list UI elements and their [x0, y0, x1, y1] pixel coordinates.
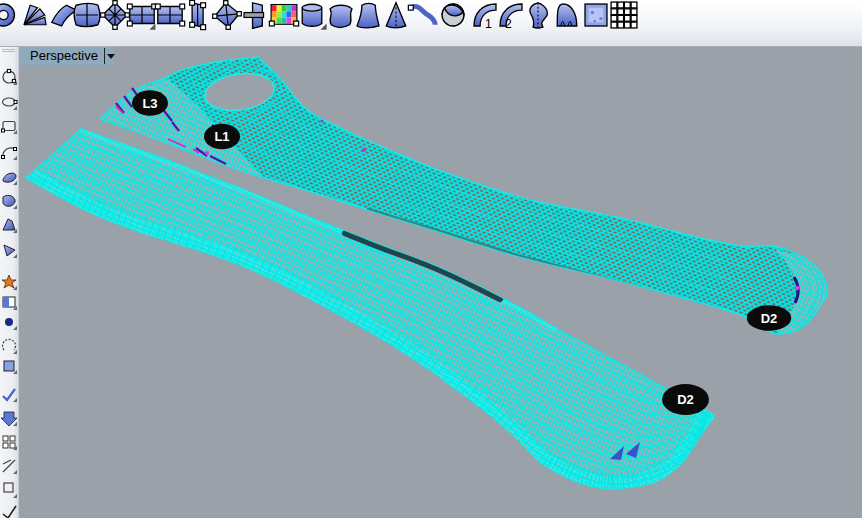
svg-text:L1: L1 — [214, 129, 229, 144]
svg-text:D2: D2 — [761, 311, 778, 326]
svg-text:2: 2 — [505, 17, 512, 31]
svg-text:L3: L3 — [142, 96, 157, 111]
svg-text:1: 1 — [485, 17, 492, 31]
svg-text:D2: D2 — [677, 392, 694, 407]
